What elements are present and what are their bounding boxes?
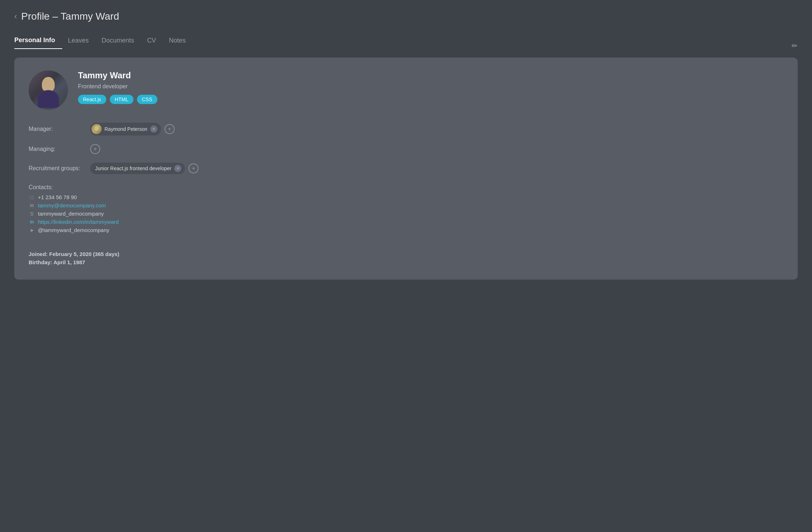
telegram-icon: ➤ <box>29 227 35 233</box>
joined-date: Joined: February 5, 2020 (365 days) <box>29 251 783 257</box>
remove-manager-button[interactable]: × <box>150 125 157 133</box>
avatar-image <box>29 70 68 110</box>
tab-cv[interactable]: CV <box>147 34 163 49</box>
edit-icon[interactable]: ✏ <box>792 41 798 50</box>
profile-job-title: Frontend developer <box>78 83 157 90</box>
remove-recruitment-button[interactable]: × <box>174 165 181 172</box>
tabs-bar: Personal Info Leaves Documents CV Notes <box>14 34 199 49</box>
page-title: Profile – Tammy Ward <box>21 11 119 22</box>
tab-notes[interactable]: Notes <box>169 34 193 49</box>
manager-avatar <box>92 124 102 134</box>
contact-telegram: ➤ @tammyward_democompany <box>29 227 783 233</box>
recruitment-chip: Junior React.js frontend developer × <box>90 163 185 174</box>
page-header: ‹ Profile – Tammy Ward <box>14 11 798 22</box>
telegram-value: @tammyward_democompany <box>38 227 109 233</box>
birthday: Birthday: April 1, 1987 <box>29 259 783 265</box>
recruitment-label: Recruitment groups: <box>29 165 86 172</box>
recruitment-value-group: Junior React.js frontend developer × + <box>90 163 199 174</box>
tab-documents[interactable]: Documents <box>102 34 141 49</box>
contact-phone: □ +1 234 56 78 90 <box>29 194 783 200</box>
email-value[interactable]: tammy@democompany.com <box>38 202 106 208</box>
contact-skype: S tammyward_democompany <box>29 211 783 217</box>
manager-value-group: Raymond Peterson × + <box>90 123 175 136</box>
add-manager-button[interactable]: + <box>165 124 175 134</box>
joined-info: Joined: February 5, 2020 (365 days) Birt… <box>29 251 783 265</box>
info-section: Manager: Raymond Peterson × + Managing: … <box>29 123 783 265</box>
tab-leaves[interactable]: Leaves <box>68 34 96 49</box>
contact-email: ✉ tammy@democompany.com <box>29 202 783 208</box>
tab-personal-info[interactable]: Personal Info <box>14 34 62 49</box>
managing-value-group: + <box>90 144 100 154</box>
skill-tag-html[interactable]: HTML <box>110 95 133 104</box>
managing-row: Managing: + <box>29 144 783 154</box>
phone-value: +1 234 56 78 90 <box>38 194 77 200</box>
manager-row: Manager: Raymond Peterson × + <box>29 123 783 136</box>
skill-tag-css[interactable]: CSS <box>137 95 157 104</box>
contacts-label: Contacts: <box>29 184 783 191</box>
email-icon: ✉ <box>29 203 35 208</box>
recruitment-group-text: Junior React.js frontend developer <box>95 166 171 171</box>
profile-name: Tammy Ward <box>78 70 157 80</box>
add-recruitment-button[interactable]: + <box>189 163 199 173</box>
contacts-section: Contacts: □ +1 234 56 78 90 ✉ tammy@demo… <box>29 184 783 235</box>
managing-label: Managing: <box>29 146 86 152</box>
profile-card: Tammy Ward Frontend developer React.js H… <box>14 58 798 280</box>
tabs-container: Personal Info Leaves Documents CV Notes … <box>14 34 798 58</box>
manager-label: Manager: <box>29 126 86 132</box>
skype-icon: S <box>29 211 35 217</box>
profile-header: Tammy Ward Frontend developer React.js H… <box>29 70 783 110</box>
add-managing-button[interactable]: + <box>90 144 100 154</box>
linkedin-icon: in <box>29 220 35 225</box>
manager-chip: Raymond Peterson × <box>90 123 161 136</box>
back-button[interactable]: ‹ <box>14 12 17 21</box>
skill-tags: React.js HTML CSS <box>78 95 157 104</box>
recruitment-row: Recruitment groups: Junior React.js fron… <box>29 163 783 174</box>
contact-linkedin: in https://linkedin.com/in/tammyward <box>29 219 783 225</box>
skill-tag-reactjs[interactable]: React.js <box>78 95 106 104</box>
manager-name: Raymond Peterson <box>104 126 147 132</box>
linkedin-value[interactable]: https://linkedin.com/in/tammyward <box>38 219 119 225</box>
phone-icon: □ <box>29 194 35 200</box>
avatar <box>29 70 68 110</box>
skype-value: tammyward_democompany <box>38 211 104 217</box>
profile-info: Tammy Ward Frontend developer React.js H… <box>78 70 157 104</box>
